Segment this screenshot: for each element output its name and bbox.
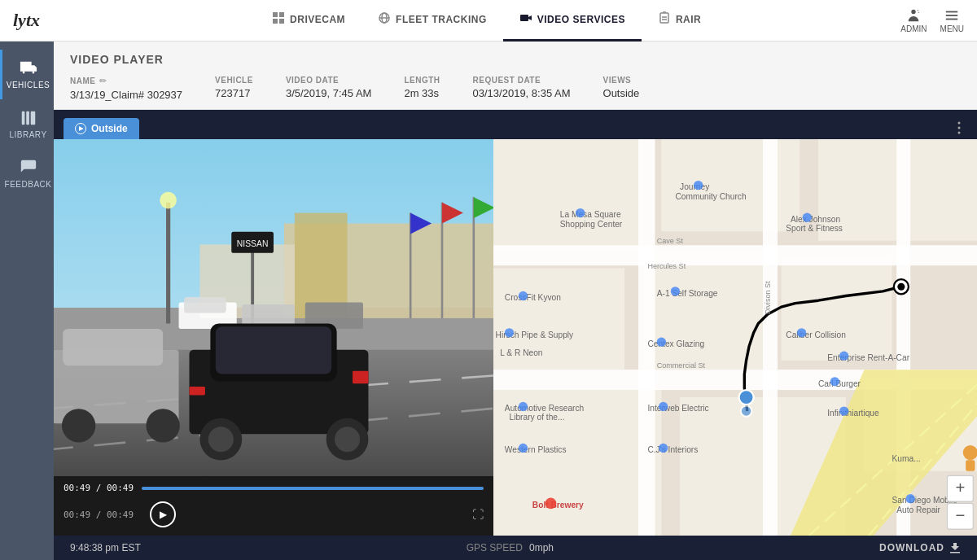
time-left: 00:49 / 00:49 (64, 510, 134, 520)
edit-icon[interactable]: ✏ (99, 76, 107, 86)
play-button[interactable]: ▶ (150, 501, 176, 527)
svg-text:C.J's Interiors: C.J's Interiors (647, 445, 698, 454)
svg-text:Infinithiartique: Infinithiartique (827, 409, 879, 418)
svg-text:CrossFit Kyvon: CrossFit Kyvon (505, 293, 561, 302)
svg-rect-14 (946, 15, 957, 16)
camera-icon (519, 11, 532, 27)
svg-text:Automotive Research: Automotive Research (505, 404, 584, 413)
menu-button[interactable]: MENU (940, 8, 964, 33)
svg-rect-53 (63, 329, 163, 365)
svg-point-117 (545, 498, 557, 510)
sidebar-item-vehicles[interactable]: VEHICLES (0, 50, 54, 99)
svg-point-100 (797, 328, 806, 337)
nav-rair[interactable]: RAIR (642, 0, 717, 42)
fullscreen-button[interactable]: ⛶ (472, 508, 484, 521)
svg-text:Carl Burger: Carl Burger (818, 379, 861, 388)
svg-text:Commercial St: Commercial St (657, 361, 706, 370)
video-date-value: 3/5/2019, 7:45 AM (286, 87, 372, 99)
svg-text:Centex Glazing: Centex Glazing (647, 339, 704, 348)
video-frame: NISSAN (54, 139, 493, 476)
sidebar-item-library[interactable]: LIBRARY (0, 99, 54, 149)
svg-point-93 (671, 287, 680, 295)
svg-text:Library of the...: Library of the... (510, 413, 565, 422)
nav-items: DRIVECAM FLEET TRACKING VIDEO SERVICES R… (72, 0, 900, 42)
svg-point-21 (958, 132, 961, 134)
svg-rect-65 (782, 259, 892, 361)
length-label: LENGTH (404, 76, 440, 85)
gps-display: GPS SPEED 0mph (467, 542, 554, 553)
logo: lytx (13, 10, 40, 31)
meta-request-date: REQUEST DATE 03/13/2019, 8:35 AM (473, 76, 603, 99)
svg-point-54 (62, 409, 95, 442)
map-background: Journey Community Church La Mesa Square … (493, 139, 977, 536)
svg-point-91 (519, 291, 528, 300)
sidebar-library-label: LIBRARY (9, 130, 46, 139)
svg-text:Divison St: Divison St (764, 281, 772, 314)
bottom-bar: 9:48:38 pm EST GPS SPEED 0mph DOWNLOAD (54, 536, 977, 560)
svg-point-79 (739, 390, 754, 405)
svg-point-78 (897, 283, 905, 291)
vehicle-label: VEHICLE (215, 76, 253, 85)
svg-point-58 (160, 192, 177, 209)
admin-button[interactable]: ADMIN (900, 8, 927, 33)
page-title: VIDEO PLAYER (70, 53, 961, 66)
svg-text:A-1 Self Storage: A-1 Self Storage (657, 289, 718, 298)
progress-bar[interactable] (142, 487, 484, 490)
svg-text:Hercules St: Hercules St (647, 262, 686, 270)
video-panel: NISSAN (54, 139, 493, 536)
feedback-icon (20, 159, 37, 177)
sidebar-item-feedback[interactable]: FEEDBACK (0, 149, 54, 199)
svg-point-105 (519, 402, 528, 411)
svg-rect-51 (353, 371, 368, 384)
top-nav: lytx DRIVECAM FLEET TRACKING VIDEO SERVI… (0, 0, 977, 42)
svg-rect-17 (26, 112, 29, 125)
svg-rect-7 (520, 15, 528, 21)
svg-point-95 (505, 328, 514, 337)
video-date-label: VIDEO DATE (286, 76, 372, 85)
svg-point-86 (576, 208, 585, 217)
nav-video-services[interactable]: VIDEO SERVICES (503, 0, 642, 42)
svg-text:−: − (955, 506, 965, 524)
grid-icon (272, 11, 285, 27)
svg-rect-71 (638, 139, 655, 536)
map-panel: Journey Community Church La Mesa Square … (493, 139, 977, 536)
svg-text:Alex Johnson: Alex Johnson (791, 215, 840, 224)
video-controls: 00:49 / 00:49 00:49 / 00:49 ▶ ⛶ (54, 476, 493, 536)
views-label: VIEWS (603, 76, 640, 85)
video-player-area: NISSAN (54, 139, 977, 536)
svg-point-102 (839, 351, 848, 360)
download-label: DOWNLOAD (879, 542, 944, 553)
svg-rect-0 (273, 12, 278, 17)
nav-fleet-tracking[interactable]: FLEET TRACKING (361, 0, 503, 42)
download-button[interactable]: DOWNLOAD (879, 542, 961, 553)
video-options-button[interactable] (951, 116, 967, 139)
video-tab-outside[interactable]: ▶ Outside (64, 118, 139, 139)
controls-row: 00:49 / 00:49 ▶ ⛶ (64, 498, 484, 531)
sidebar-vehicles-label: VEHICLES (7, 81, 50, 90)
meta-row: NAME ✏ 3/13/19_Claim# 302937 VEHICLE 723… (70, 76, 961, 101)
views-value: Outside (603, 87, 640, 99)
nav-fleet-tracking-label: FLEET TRACKING (396, 14, 487, 25)
svg-point-120 (906, 494, 915, 503)
nav-drivecam[interactable]: DRIVECAM (256, 0, 361, 42)
svg-text:La Mesa Square: La Mesa Square (560, 210, 621, 219)
main-layout: VEHICLES LIBRARY FEEDBACK VIDEO PLAYER N… (0, 42, 977, 560)
svg-point-111 (830, 377, 839, 386)
name-label: NAME (70, 77, 95, 85)
svg-text:NISSAN: NISSAN (237, 239, 269, 248)
svg-point-47 (208, 427, 234, 452)
meta-video-date: VIDEO DATE 3/5/2019, 7:45 AM (286, 76, 405, 99)
svg-rect-16 (21, 112, 24, 125)
video-tabs-row: ▶ Outside (64, 118, 951, 139)
map-svg: Journey Community Church La Mesa Square … (493, 139, 977, 536)
svg-text:Western Plastics: Western Plastics (505, 445, 567, 454)
video-tab-label: Outside (91, 123, 128, 134)
svg-point-113 (519, 444, 528, 453)
nav-right: ADMIN MENU (900, 8, 964, 33)
svg-text:Cave St: Cave St (657, 237, 684, 245)
page-header: VIDEO PLAYER NAME ✏ 3/13/19_Claim# 30293… (54, 42, 977, 110)
svg-point-83 (694, 181, 703, 190)
svg-rect-2 (273, 19, 278, 24)
svg-rect-40 (184, 297, 226, 313)
svg-point-55 (146, 409, 179, 442)
